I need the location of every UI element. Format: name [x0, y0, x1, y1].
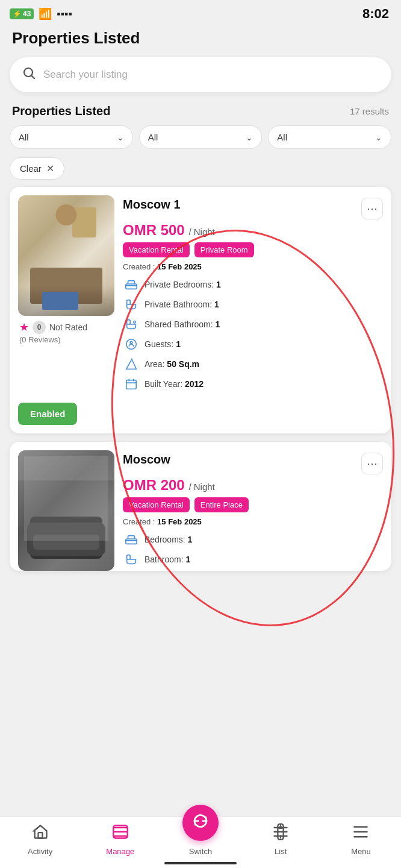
search-bar[interactable]: Search your listing: [10, 57, 391, 92]
nav-item-list[interactable]: List: [241, 823, 321, 856]
detail-bedrooms-moscow1: Private Bedrooms: 1: [123, 276, 383, 293]
signal-icon: ▪▪▪▪: [57, 8, 72, 20]
manage-icon: [112, 823, 129, 844]
card-info-moscow: Moscow ⋯ OMR 200 / Night Vacation Rental…: [123, 450, 383, 571]
shared-bath-icon-moscow1: [123, 316, 140, 333]
rating-badge-moscow1: 0: [33, 321, 46, 334]
svg-point-3: [134, 321, 136, 324]
search-placeholder: Search your listing: [43, 69, 128, 81]
page-header: Properties Listed: [0, 25, 401, 57]
filter-select-3[interactable]: All ⌄: [268, 125, 391, 149]
reviews-text-moscow1: (0 Reviews): [18, 335, 114, 344]
chevron-down-icon-2: ⌄: [246, 133, 253, 142]
chevron-down-icon-3: ⌄: [375, 133, 382, 142]
private-bath-label-moscow1: Private Bathroom: 1: [145, 300, 219, 309]
search-icon: [22, 66, 36, 84]
svg-rect-7: [126, 380, 137, 389]
results-count: 17 results: [350, 106, 389, 116]
battery-icon: ⚡43: [10, 8, 34, 19]
nav-label-menu: Menu: [351, 847, 371, 856]
home-icon: [32, 823, 49, 844]
page-title: Properties Listed: [12, 29, 389, 48]
property-card-moscow1: ★ 0 Not Rated (0 Reviews) Moscow 1 ⋯ OMR…: [10, 187, 391, 433]
svg-line-1: [32, 76, 35, 79]
tags-row-moscow1: Vacation Rental Private Room: [123, 242, 383, 257]
nav-item-manage[interactable]: Manage: [80, 823, 160, 856]
detail-area-moscow1: Area: 50 Sq.m: [123, 356, 383, 373]
nav-item-switch[interactable]: Switch: [160, 823, 240, 856]
guests-label-moscow1: Guests: 1: [145, 339, 181, 349]
filter-row: All ⌄ All ⌄ All ⌄: [0, 125, 401, 155]
detail-builtyear-moscow1: Built Year: 2012: [123, 376, 383, 392]
builtyear-label-moscow1: Built Year: 2012: [145, 379, 204, 389]
tag-vacation-rental-moscow1: Vacation Rental: [123, 242, 190, 257]
area-icon-moscow1: [123, 356, 140, 373]
clear-label: Clear: [20, 163, 42, 174]
bottom-nav: Activity Manage Switch: [0, 816, 401, 868]
bed-icon-moscow1: [123, 276, 140, 293]
detail-bathroom-moscow: Bathroom: 1: [123, 551, 383, 568]
status-left: ⚡43 📶 ▪▪▪▪: [10, 7, 72, 20]
detail-guests-moscow1: Guests: 1: [123, 336, 383, 353]
detail-private-bath-moscow1: Private Bathroom: 1: [123, 296, 383, 313]
svg-rect-8: [126, 539, 137, 544]
filter-label-1: All: [19, 132, 29, 142]
switch-button[interactable]: [182, 805, 219, 841]
card-top-moscow: Moscow ⋯ OMR 200 / Night Vacation Rental…: [10, 442, 391, 571]
filter-label-2: All: [148, 132, 158, 142]
star-icon-moscow1: ★: [19, 321, 29, 334]
section-title: Properties Listed: [12, 104, 110, 118]
switch-icon: [191, 812, 210, 834]
card-title-row-moscow1: Moscow 1 ⋯: [123, 198, 383, 219]
card-price-moscow: OMR 200 / Night: [123, 477, 383, 494]
filter-label-3: All: [277, 132, 287, 142]
tag-vacation-rental-moscow: Vacation Rental: [123, 497, 190, 512]
created-date-moscow: Created : 15 Feb 2025: [123, 517, 383, 526]
card-top-moscow1: ★ 0 Not Rated (0 Reviews) Moscow 1 ⋯ OMR…: [10, 187, 391, 395]
nav-item-menu[interactable]: Menu: [321, 823, 401, 856]
svg-marker-6: [126, 359, 137, 370]
section-header: Properties Listed 17 results: [0, 102, 401, 125]
nav-label-switch: Switch: [189, 847, 212, 856]
bedrooms-label-moscow1: Private Bedrooms: 1: [145, 280, 221, 289]
card-name-moscow: Moscow: [123, 453, 170, 467]
card-name-moscow1: Moscow 1: [123, 198, 181, 212]
card-bottom-moscow1: Enabled: [10, 395, 391, 433]
wifi-icon: 📶: [39, 7, 52, 20]
bath-icon-moscow1: [123, 296, 140, 313]
clear-button[interactable]: Clear ✕: [10, 157, 64, 180]
more-options-button-moscow[interactable]: ⋯: [361, 453, 383, 474]
filter-select-1[interactable]: All ⌄: [10, 125, 133, 149]
svg-rect-2: [126, 284, 137, 289]
tag-room-type-moscow: Entire Place: [194, 497, 249, 512]
svg-rect-10: [38, 832, 42, 838]
bedrooms-label-moscow: Bedrooms: 1: [145, 535, 192, 544]
search-container: Search your listing: [0, 57, 401, 102]
rating-row-moscow1: ★ 0 Not Rated: [18, 321, 114, 334]
calendar-icon-moscow1: [123, 376, 140, 392]
nav-label-list: List: [275, 847, 287, 856]
shared-bath-label-moscow1: Shared Bathroom: 1: [145, 319, 220, 329]
status-bar: ⚡43 📶 ▪▪▪▪ 8:02: [0, 0, 401, 25]
filter-select-2[interactable]: All ⌄: [139, 125, 263, 149]
chevron-down-icon-1: ⌄: [117, 133, 124, 142]
home-indicator: [164, 862, 237, 864]
detail-shared-bath-moscow1: Shared Bathroom: 1: [123, 316, 383, 333]
card-title-row-moscow: Moscow ⋯: [123, 453, 383, 474]
enabled-button-moscow1[interactable]: Enabled: [18, 403, 77, 425]
card-price-moscow1: OMR 500 / Night: [123, 222, 383, 239]
property-image-moscow1: [18, 195, 114, 316]
list-icon: [272, 823, 289, 844]
guests-icon-moscow1: [123, 336, 140, 353]
cards-container: ★ 0 Not Rated (0 Reviews) Moscow 1 ⋯ OMR…: [0, 187, 401, 631]
bed-icon-moscow: [123, 531, 140, 548]
menu-icon: [352, 823, 369, 844]
detail-bedrooms-moscow: Bedrooms: 1: [123, 531, 383, 548]
property-image-moscow: [18, 450, 114, 571]
status-time: 8:02: [362, 6, 389, 22]
rating-text-moscow1: Not Rated: [49, 322, 87, 332]
property-card-moscow: Moscow ⋯ OMR 200 / Night Vacation Rental…: [10, 442, 391, 571]
more-options-button-moscow1[interactable]: ⋯: [361, 198, 383, 219]
nav-item-activity[interactable]: Activity: [0, 823, 80, 856]
clear-row: Clear ✕: [0, 155, 401, 187]
